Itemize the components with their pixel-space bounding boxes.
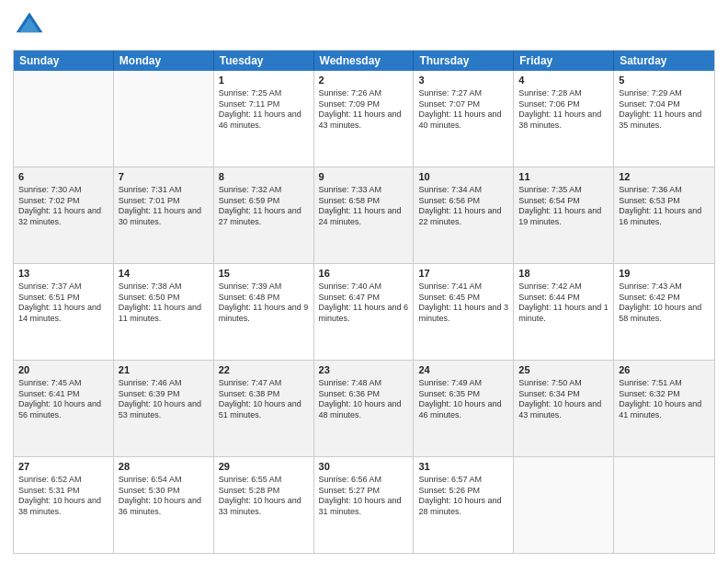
cell-info: Sunrise: 7:30 AM Sunset: 7:02 PM Dayligh… — [18, 185, 108, 228]
calendar-header: SundayMondayTuesdayWednesdayThursdayFrid… — [14, 51, 714, 71]
cell-info: Sunrise: 7:43 AM Sunset: 6:42 PM Dayligh… — [619, 282, 710, 325]
day-number: 10 — [418, 170, 508, 184]
day-number: 7 — [119, 170, 209, 184]
cell-info: Sunrise: 7:26 AM Sunset: 7:09 PM Dayligh… — [319, 88, 409, 132]
cal-header-monday: Monday — [114, 51, 214, 71]
day-number: 3 — [418, 74, 508, 87]
cal-cell: 6Sunrise: 7:30 AM Sunset: 7:02 PM Daylig… — [14, 167, 114, 263]
day-number: 15 — [219, 267, 309, 281]
cal-cell — [114, 71, 214, 167]
cell-info: Sunrise: 7:34 AM Sunset: 6:56 PM Dayligh… — [418, 185, 508, 228]
day-number: 4 — [518, 74, 609, 87]
cal-header-wednesday: Wednesday — [314, 51, 415, 71]
cell-info: Sunrise: 7:33 AM Sunset: 6:58 PM Dayligh… — [319, 185, 409, 228]
cell-info: Sunrise: 7:36 AM Sunset: 6:53 PM Dayligh… — [619, 185, 710, 228]
day-number: 30 — [319, 460, 409, 474]
day-number: 17 — [418, 267, 508, 281]
cal-header-friday: Friday — [514, 51, 614, 71]
day-number: 11 — [518, 170, 609, 184]
cal-cell: 26Sunrise: 7:51 AM Sunset: 6:32 PM Dayli… — [614, 361, 714, 456]
cal-cell: 28Sunrise: 6:54 AM Sunset: 5:30 PM Dayli… — [114, 457, 214, 553]
cell-info: Sunrise: 7:51 AM Sunset: 6:32 PM Dayligh… — [619, 378, 710, 421]
cell-info: Sunrise: 7:32 AM Sunset: 6:59 PM Dayligh… — [219, 185, 309, 228]
cell-info: Sunrise: 7:40 AM Sunset: 6:47 PM Dayligh… — [319, 282, 409, 325]
logo-icon — [13, 9, 46, 42]
cal-cell: 14Sunrise: 7:38 AM Sunset: 6:50 PM Dayli… — [114, 264, 214, 360]
cal-cell: 23Sunrise: 7:48 AM Sunset: 6:36 PM Dayli… — [314, 361, 415, 456]
day-number: 18 — [518, 267, 609, 281]
cal-cell: 9Sunrise: 7:33 AM Sunset: 6:58 PM Daylig… — [314, 167, 415, 263]
cal-row-2: 13Sunrise: 7:37 AM Sunset: 6:51 PM Dayli… — [14, 263, 714, 360]
cell-info: Sunrise: 7:39 AM Sunset: 6:48 PM Dayligh… — [219, 282, 309, 325]
cal-cell — [514, 457, 614, 553]
cell-info: Sunrise: 7:25 AM Sunset: 7:11 PM Dayligh… — [219, 88, 309, 132]
cell-info: Sunrise: 7:29 AM Sunset: 7:04 PM Dayligh… — [619, 88, 710, 132]
cal-cell: 2Sunrise: 7:26 AM Sunset: 7:09 PM Daylig… — [314, 71, 415, 167]
cal-cell: 27Sunrise: 6:52 AM Sunset: 5:31 PM Dayli… — [14, 457, 114, 553]
cal-cell: 10Sunrise: 7:34 AM Sunset: 6:56 PM Dayli… — [414, 167, 514, 263]
cell-info: Sunrise: 7:50 AM Sunset: 6:34 PM Dayligh… — [518, 378, 609, 421]
day-number: 14 — [119, 267, 209, 281]
cell-info: Sunrise: 7:35 AM Sunset: 6:54 PM Dayligh… — [518, 185, 609, 228]
day-number: 27 — [18, 460, 108, 474]
cell-info: Sunrise: 7:47 AM Sunset: 6:38 PM Dayligh… — [219, 378, 309, 421]
cell-info: Sunrise: 7:48 AM Sunset: 6:36 PM Dayligh… — [319, 378, 409, 421]
cal-header-tuesday: Tuesday — [214, 51, 314, 71]
cell-info: Sunrise: 7:42 AM Sunset: 6:44 PM Dayligh… — [518, 282, 609, 325]
cell-info: Sunrise: 7:46 AM Sunset: 6:39 PM Dayligh… — [119, 378, 209, 421]
cal-cell: 24Sunrise: 7:49 AM Sunset: 6:35 PM Dayli… — [414, 361, 514, 456]
calendar: SundayMondayTuesdayWednesdayThursdayFrid… — [13, 50, 715, 554]
day-number: 22 — [219, 363, 309, 377]
cal-row-1: 6Sunrise: 7:30 AM Sunset: 7:02 PM Daylig… — [14, 167, 714, 263]
cal-cell — [614, 457, 714, 553]
calendar-body: 1Sunrise: 7:25 AM Sunset: 7:11 PM Daylig… — [14, 71, 714, 553]
day-number: 31 — [418, 460, 508, 474]
page: SundayMondayTuesdayWednesdayThursdayFrid… — [0, 0, 728, 563]
cell-info: Sunrise: 6:56 AM Sunset: 5:27 PM Dayligh… — [319, 475, 409, 518]
day-number: 8 — [219, 170, 309, 184]
cal-cell: 11Sunrise: 7:35 AM Sunset: 6:54 PM Dayli… — [514, 167, 614, 263]
day-number: 29 — [219, 460, 309, 474]
cell-info: Sunrise: 7:38 AM Sunset: 6:50 PM Dayligh… — [119, 282, 209, 325]
day-number: 1 — [219, 74, 309, 87]
day-number: 25 — [518, 363, 609, 377]
day-number: 2 — [319, 74, 409, 87]
cell-info: Sunrise: 7:31 AM Sunset: 7:01 PM Dayligh… — [119, 185, 209, 228]
cal-cell: 8Sunrise: 7:32 AM Sunset: 6:59 PM Daylig… — [214, 167, 314, 263]
day-number: 19 — [619, 267, 710, 281]
cell-info: Sunrise: 7:28 AM Sunset: 7:06 PM Dayligh… — [518, 88, 609, 132]
cal-cell: 20Sunrise: 7:45 AM Sunset: 6:41 PM Dayli… — [14, 361, 114, 456]
cal-row-0: 1Sunrise: 7:25 AM Sunset: 7:11 PM Daylig… — [14, 71, 714, 167]
day-number: 23 — [319, 363, 409, 377]
cal-row-4: 27Sunrise: 6:52 AM Sunset: 5:31 PM Dayli… — [14, 456, 714, 553]
day-number: 6 — [18, 170, 108, 184]
cell-info: Sunrise: 6:57 AM Sunset: 5:26 PM Dayligh… — [418, 475, 508, 518]
cal-cell: 12Sunrise: 7:36 AM Sunset: 6:53 PM Dayli… — [614, 167, 714, 263]
cal-cell: 1Sunrise: 7:25 AM Sunset: 7:11 PM Daylig… — [214, 71, 314, 167]
day-number: 16 — [319, 267, 409, 281]
cal-header-thursday: Thursday — [414, 51, 514, 71]
logo — [13, 9, 50, 42]
cal-cell: 3Sunrise: 7:27 AM Sunset: 7:07 PM Daylig… — [414, 71, 514, 167]
cell-info: Sunrise: 6:55 AM Sunset: 5:28 PM Dayligh… — [219, 475, 309, 518]
cal-cell: 31Sunrise: 6:57 AM Sunset: 5:26 PM Dayli… — [414, 457, 514, 553]
cal-header-saturday: Saturday — [614, 51, 714, 71]
cal-cell: 13Sunrise: 7:37 AM Sunset: 6:51 PM Dayli… — [14, 264, 114, 360]
cal-header-sunday: Sunday — [14, 51, 114, 71]
header — [13, 9, 715, 42]
cal-cell: 18Sunrise: 7:42 AM Sunset: 6:44 PM Dayli… — [514, 264, 614, 360]
day-number: 12 — [619, 170, 710, 184]
cal-cell: 15Sunrise: 7:39 AM Sunset: 6:48 PM Dayli… — [214, 264, 314, 360]
day-number: 28 — [119, 460, 209, 474]
cal-cell: 4Sunrise: 7:28 AM Sunset: 7:06 PM Daylig… — [514, 71, 614, 167]
cell-info: Sunrise: 6:52 AM Sunset: 5:31 PM Dayligh… — [18, 475, 108, 518]
cell-info: Sunrise: 7:41 AM Sunset: 6:45 PM Dayligh… — [418, 282, 508, 325]
cal-cell: 19Sunrise: 7:43 AM Sunset: 6:42 PM Dayli… — [614, 264, 714, 360]
cell-info: Sunrise: 7:49 AM Sunset: 6:35 PM Dayligh… — [418, 378, 508, 421]
cal-cell: 16Sunrise: 7:40 AM Sunset: 6:47 PM Dayli… — [314, 264, 415, 360]
day-number: 26 — [619, 363, 710, 377]
cal-cell: 5Sunrise: 7:29 AM Sunset: 7:04 PM Daylig… — [614, 71, 714, 167]
day-number: 24 — [418, 363, 508, 377]
cell-info: Sunrise: 7:45 AM Sunset: 6:41 PM Dayligh… — [18, 378, 108, 421]
cal-cell: 29Sunrise: 6:55 AM Sunset: 5:28 PM Dayli… — [214, 457, 314, 553]
